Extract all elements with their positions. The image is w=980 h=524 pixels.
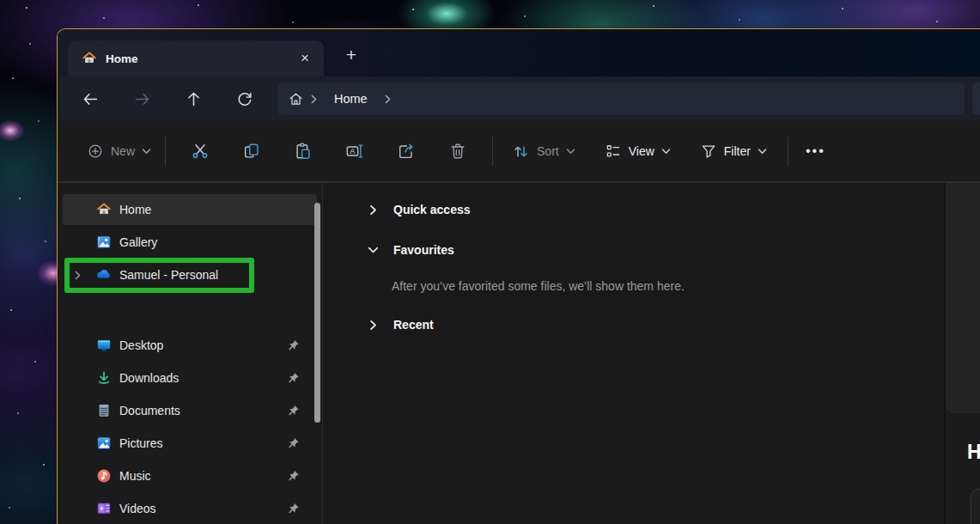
filter-button-label: Filter <box>724 144 751 158</box>
view-button[interactable]: View <box>600 136 676 167</box>
delete-icon <box>448 142 467 161</box>
right-panel-upper-block <box>946 183 980 413</box>
refresh-icon <box>236 90 253 107</box>
share-icon <box>397 142 416 161</box>
section-label: Recent <box>393 318 434 332</box>
view-button-label: View <box>629 144 654 158</box>
rename-icon: A <box>345 142 364 161</box>
breadcrumb-item-home[interactable]: Home <box>334 92 368 106</box>
chevron-down-icon <box>758 147 767 156</box>
sidebar-item-home[interactable]: Home <box>63 194 317 225</box>
cut-icon <box>191 142 210 161</box>
rename-button[interactable]: A <box>338 134 372 168</box>
sidebar-item-documents[interactable]: Documents <box>63 395 317 426</box>
chevron-down-icon[interactable] <box>368 245 379 256</box>
sort-icon <box>512 143 530 161</box>
see-more-button[interactable]: ••• <box>797 137 834 166</box>
home-icon <box>95 202 112 217</box>
tab-title: Home <box>106 52 295 65</box>
pin-icon <box>287 470 300 483</box>
copy-icon <box>242 142 261 161</box>
sidebar-item-label: Desktop <box>119 338 287 352</box>
sidebar-item-label: Downloads <box>119 371 287 385</box>
pin-icon <box>287 405 300 417</box>
up-icon <box>185 90 203 108</box>
share-button[interactable] <box>389 134 423 168</box>
chevron-down-icon <box>142 147 151 156</box>
command-toolbar: New A <box>58 121 980 182</box>
breadcrumb-home-icon[interactable] <box>288 91 304 107</box>
sidebar-scrollbar[interactable] <box>314 203 320 423</box>
toolbar-separator <box>492 137 493 166</box>
pin-icon <box>287 339 300 352</box>
back-icon <box>82 90 100 108</box>
chevron-right-icon[interactable] <box>368 320 379 331</box>
circle-plus-icon <box>87 143 104 160</box>
favourites-empty-message: After you’ve favorited some files, we’ll… <box>368 276 944 296</box>
sidebar-item-label: Music <box>119 469 287 483</box>
back-button[interactable] <box>71 83 109 114</box>
section-label: Favourites <box>393 243 454 257</box>
sidebar-item-label: Documents <box>119 404 287 417</box>
address-breadcrumb-bar[interactable]: Home <box>277 82 965 115</box>
chevron-down-icon <box>566 147 575 156</box>
pin-icon <box>287 503 300 515</box>
view-icon <box>605 143 622 160</box>
content-pane: Quick access Favourites After you’ve fav… <box>323 183 944 524</box>
pin-icon <box>287 372 300 385</box>
sidebar-item-label: Gallery <box>119 235 317 249</box>
sidebar-item-onedrive-samuel-personal[interactable]: Samuel - Personal <box>63 259 317 290</box>
onedrive-cloud-icon <box>95 266 112 283</box>
sidebar-item-videos[interactable]: Videos <box>63 493 317 524</box>
section-recent[interactable]: Recent <box>368 310 944 339</box>
paste-icon <box>294 142 313 161</box>
downloads-icon <box>95 370 112 386</box>
wallpaper-stars <box>0 0 2 2</box>
paste-button[interactable] <box>286 134 320 168</box>
sort-button[interactable]: Sort <box>507 136 581 168</box>
sidebar-item-label: Pictures <box>119 436 287 450</box>
new-button[interactable]: New <box>82 136 156 167</box>
tab-close-button[interactable]: × <box>295 48 315 69</box>
svg-text:A: A <box>350 147 356 155</box>
breadcrumb-chevron-icon[interactable] <box>383 94 393 104</box>
chevron-down-icon <box>661 147 671 156</box>
pictures-icon <box>95 436 112 451</box>
tab-home[interactable]: Home × <box>68 40 324 76</box>
toolbar-separator <box>165 137 166 166</box>
file-explorer-window: Home × + <box>57 28 980 524</box>
sidebar-item-music[interactable]: Music <box>63 460 317 491</box>
filter-button[interactable]: Filter <box>695 136 772 167</box>
sidebar-item-downloads[interactable]: Downloads <box>63 363 317 393</box>
right-edge-partial-panel: H <box>944 183 980 524</box>
documents-icon <box>95 403 112 418</box>
toolbar-separator <box>788 137 788 166</box>
sidebar-item-label: Home <box>119 203 317 216</box>
navigation-pane: Home Gallery <box>58 183 323 524</box>
sort-button-label: Sort <box>537 144 559 158</box>
desktop-icon <box>95 338 112 353</box>
cut-button[interactable] <box>183 134 217 168</box>
sidebar-item-gallery[interactable]: Gallery <box>63 227 317 258</box>
copy-button[interactable] <box>234 134 269 168</box>
up-button[interactable] <box>174 83 212 114</box>
sidebar-item-label: Videos <box>119 502 287 515</box>
delete-button[interactable] <box>441 134 475 168</box>
sidebar-item-desktop[interactable]: Desktop <box>63 330 317 361</box>
videos-icon <box>95 501 112 516</box>
chevron-right-icon[interactable] <box>368 204 379 216</box>
filter-icon <box>700 143 717 160</box>
partial-heading: H <box>967 441 980 464</box>
forward-button[interactable] <box>123 83 161 114</box>
expand-chevron-icon[interactable] <box>73 271 95 280</box>
search-box-partial[interactable] <box>972 82 980 115</box>
section-favourites[interactable]: Favourites <box>368 235 944 265</box>
pin-icon <box>287 437 300 450</box>
music-icon <box>95 468 112 484</box>
right-panel-lower-block: H <box>946 413 980 524</box>
home-icon <box>82 51 97 66</box>
new-tab-button[interactable]: + <box>339 43 363 67</box>
section-quick-access[interactable]: Quick access <box>368 195 944 224</box>
sidebar-item-pictures[interactable]: Pictures <box>63 428 317 459</box>
refresh-button[interactable] <box>226 83 264 114</box>
